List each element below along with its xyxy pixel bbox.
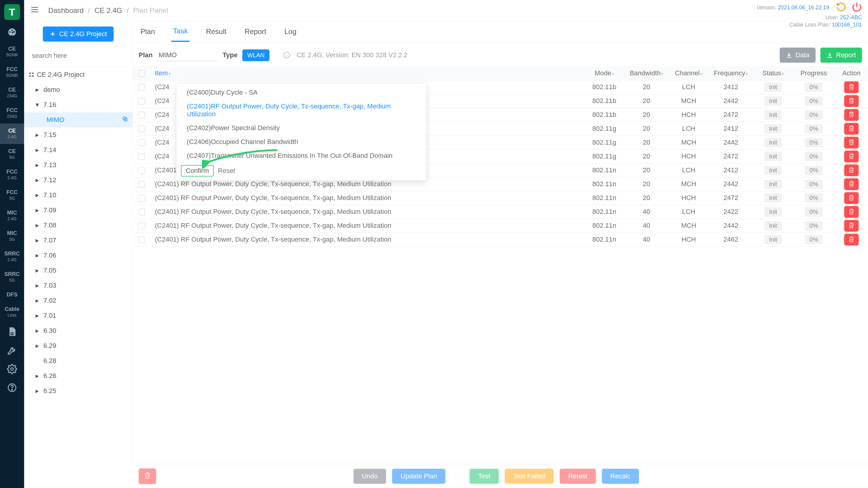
- tree-node-705[interactable]: ▸7.05: [24, 263, 132, 278]
- tab-result[interactable]: Result: [204, 22, 228, 41]
- th-mode[interactable]: Mode▾: [585, 66, 624, 80]
- tree-node-708[interactable]: ▸7.08: [24, 218, 132, 233]
- tree-node-625[interactable]: ▸6.25: [24, 384, 132, 398]
- breadcrumb-ce24g[interactable]: CE 2.4G: [94, 6, 122, 14]
- report-button[interactable]: Report: [820, 47, 862, 63]
- tree-node-706[interactable]: ▸7.06: [24, 248, 132, 263]
- tree-leaf-mimo[interactable]: MIMO: [24, 112, 132, 127]
- th-bandwidth[interactable]: Bandwidth▾: [624, 66, 669, 80]
- row-checkbox[interactable]: [133, 233, 151, 247]
- tree-node-702[interactable]: ▸7.02: [24, 293, 132, 308]
- rail-ce-5gnr[interactable]: CE5GNR: [0, 41, 24, 62]
- delete-button[interactable]: [844, 178, 859, 190]
- tab-log[interactable]: Log: [282, 22, 298, 41]
- row-checkbox[interactable]: [133, 94, 151, 108]
- row-checkbox[interactable]: [133, 150, 151, 163]
- delete-button[interactable]: [844, 95, 859, 107]
- rail-mic-5g[interactable]: MIC5G: [0, 226, 24, 247]
- test-button[interactable]: Test: [470, 469, 498, 484]
- rail-fcc-5gnr[interactable]: FCC5GNR: [0, 62, 24, 83]
- rail-dashboard[interactable]: [0, 23, 24, 41]
- retest-button[interactable]: Retest: [560, 469, 596, 484]
- tree-node-709[interactable]: ▸7.09: [24, 203, 132, 218]
- tree-node-demo[interactable]: ▸demo: [24, 82, 132, 97]
- row-checkbox[interactable]: [133, 163, 151, 177]
- rail-ce-24g[interactable]: CE2.4G: [0, 124, 24, 144]
- rail-gear[interactable]: [0, 360, 24, 378]
- tree-node-701[interactable]: ▸7.01: [24, 308, 132, 323]
- tree-node-712[interactable]: ▸7.12: [24, 173, 132, 188]
- refresh-icon[interactable]: [836, 2, 846, 14]
- rail-help[interactable]: [0, 378, 24, 397]
- th-frequency[interactable]: Frequency▾: [708, 66, 753, 80]
- tree-node-714[interactable]: ▸7.14: [24, 142, 132, 158]
- tab-task[interactable]: Task: [171, 22, 190, 42]
- delete-button[interactable]: [844, 109, 859, 121]
- search-input[interactable]: [28, 49, 128, 63]
- rail-mic-24g[interactable]: MIC2.4G: [0, 205, 24, 226]
- tree-node-626[interactable]: ▸6.26: [24, 368, 132, 384]
- rail-dfs[interactable]: DFS: [0, 287, 24, 302]
- row-checkbox[interactable]: [133, 219, 151, 233]
- delete-button[interactable]: [844, 123, 859, 135]
- rail-fcc-24g[interactable]: FCC2.4G: [0, 164, 24, 185]
- tree-node-703[interactable]: ▸7.03: [24, 278, 132, 293]
- bulk-delete-button[interactable]: [138, 468, 156, 484]
- th-status[interactable]: Status▾: [753, 66, 793, 80]
- th-checkbox[interactable]: [133, 66, 151, 80]
- new-project-button[interactable]: CE 2.4G Project: [43, 27, 114, 41]
- th-item[interactable]: Item▾: [151, 66, 585, 80]
- filter-option[interactable]: (C2400)Duty Cycle - SA: [177, 86, 426, 99]
- th-channel[interactable]: Channel▾: [669, 66, 708, 80]
- tree-node-628[interactable]: 6.28: [24, 353, 132, 368]
- row-checkbox[interactable]: [133, 191, 151, 205]
- delete-button[interactable]: [844, 137, 859, 149]
- filter-option[interactable]: (C2407)Transmitter Unwanted Emissions In…: [177, 149, 426, 163]
- hamburger-icon[interactable]: [30, 5, 39, 16]
- rail-srrc-24g[interactable]: SRRC2.4G: [0, 247, 24, 267]
- delete-button[interactable]: [844, 234, 859, 246]
- test-failed-button[interactable]: Test Failed: [505, 469, 554, 484]
- undo-button[interactable]: Undo: [353, 469, 386, 484]
- tab-report[interactable]: Report: [243, 22, 268, 41]
- tree-node-710[interactable]: ▸7.10: [24, 188, 132, 203]
- tree-node-715[interactable]: ▸7.15: [24, 127, 132, 142]
- rail-fcc-234g[interactable]: FCC234G: [0, 103, 24, 124]
- tree-root[interactable]: CE 2.4G Project: [24, 67, 132, 82]
- rail-cableloss[interactable]: CableLoss: [0, 302, 24, 322]
- tab-plan[interactable]: Plan: [138, 22, 157, 41]
- rail-ce-5g[interactable]: CE5G: [0, 144, 24, 164]
- filter-option[interactable]: (C2402)Power Spectral Density: [177, 121, 426, 135]
- row-checkbox[interactable]: [133, 205, 151, 219]
- row-checkbox[interactable]: [133, 135, 151, 150]
- rail-srrc-5g[interactable]: SRRC5G: [0, 267, 24, 287]
- filter-option[interactable]: (C2401)RF Output Power, Duty Cycle, Tx-s…: [177, 99, 426, 121]
- reset-button[interactable]: Reset: [216, 165, 238, 176]
- tree-node-630[interactable]: ▸6.30: [24, 323, 132, 338]
- tree-node-629[interactable]: ▸6.29: [24, 338, 132, 353]
- delete-button[interactable]: [844, 164, 859, 176]
- row-checkbox[interactable]: [133, 122, 151, 135]
- meta-user-value[interactable]: 252-ABC: [840, 14, 862, 21]
- row-checkbox[interactable]: [133, 80, 151, 94]
- rail-fcc-5g[interactable]: FCC5G: [0, 185, 24, 205]
- rail-ce-234g[interactable]: CE234G: [0, 83, 24, 103]
- rail-doc[interactable]: [0, 322, 24, 341]
- confirm-button[interactable]: Confirm: [181, 165, 214, 176]
- delete-button[interactable]: [844, 82, 859, 93]
- delete-button[interactable]: [844, 192, 859, 204]
- rail-wrench[interactable]: [0, 341, 24, 360]
- tree-node-713[interactable]: ▸7.13: [24, 158, 132, 173]
- plan-input[interactable]: [157, 50, 218, 61]
- row-checkbox[interactable]: [133, 177, 151, 191]
- update-plan-button[interactable]: Update Plan: [392, 469, 445, 484]
- delete-button[interactable]: [844, 151, 859, 162]
- data-button[interactable]: Data: [780, 47, 815, 63]
- recalc-button[interactable]: Recalc: [602, 469, 639, 484]
- type-badge[interactable]: WLAN: [242, 50, 270, 61]
- row-checkbox[interactable]: [133, 108, 151, 122]
- delete-button[interactable]: [844, 206, 859, 218]
- delete-button[interactable]: [844, 220, 859, 232]
- tree-node-707[interactable]: ▸7.07: [24, 233, 132, 248]
- copy-icon[interactable]: [122, 116, 128, 124]
